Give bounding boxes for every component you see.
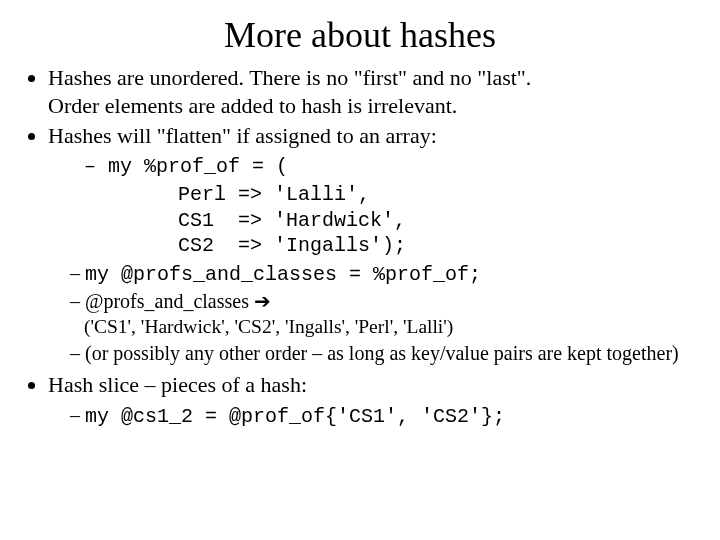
bullet-text-1a: Hashes are unordered. There is no "first… — [48, 65, 531, 90]
sub-slice-code: my @cs1_2 = @prof_of{'CS1', 'CS2'}; — [70, 403, 696, 430]
sublist-slice: my @cs1_2 = @prof_of{'CS1', 'CS2'}; — [48, 403, 696, 430]
slide-title: More about hashes — [24, 14, 696, 56]
sub-note: (or possibly any other order – as long a… — [70, 341, 696, 367]
arrow-icon: ➔ — [254, 290, 271, 312]
bullet-unordered: Hashes are unordered. There is no "first… — [48, 64, 696, 120]
bullet-list: Hashes are unordered. There is no "first… — [24, 64, 696, 430]
bullet-text-2: Hashes will "flatten" if assigned to an … — [48, 123, 437, 148]
note-text: (or possibly any other order – as long a… — [85, 342, 679, 364]
sublist-flatten: – my %prof_of = ( Perl => 'Lalli', CS1 =… — [48, 154, 696, 367]
code-slice: my @cs1_2 = @prof_of{'CS1', 'CS2'}; — [85, 405, 505, 428]
result-var: @profs_and_classes — [85, 290, 254, 312]
code-declare-body: Perl => 'Lalli', CS1 => 'Hardwick', CS2 … — [70, 182, 696, 259]
code-assign: my @profs_and_classes = %prof_of; — [85, 263, 481, 286]
slide: More about hashes Hashes are unordered. … — [0, 0, 720, 540]
code-declare: – my %prof_of = ( — [70, 154, 696, 180]
bullet-text-1b: Order elements are added to hash is irre… — [48, 93, 457, 118]
sub-assign: my @profs_and_classes = %prof_of; — [70, 261, 696, 288]
sub-result: @profs_and_classes ➔ ('CS1', 'Hardwick',… — [70, 289, 696, 339]
code-declare-head: my %prof_of = ( — [108, 155, 288, 178]
bullet-flatten: Hashes will "flatten" if assigned to an … — [48, 122, 696, 367]
dash-icon: – — [84, 155, 108, 178]
bullet-text-3: Hash slice – pieces of a hash: — [48, 372, 307, 397]
bullet-slice: Hash slice – pieces of a hash: my @cs1_2… — [48, 371, 696, 430]
result-tuple: ('CS1', 'Hardwick', 'CS2', 'Ingalls', 'P… — [84, 315, 696, 339]
